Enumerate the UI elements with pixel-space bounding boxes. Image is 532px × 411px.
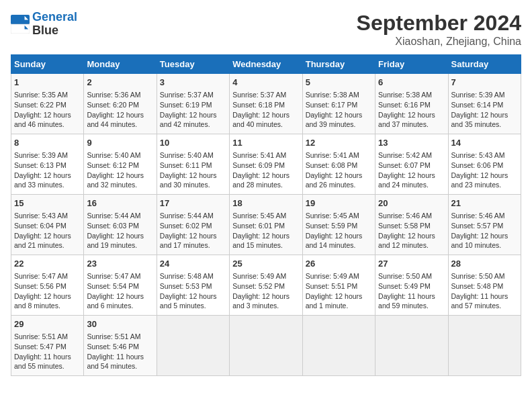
day-info: Sunset: 5:47 PM — [14, 342, 81, 352]
day-number: 8 — [14, 137, 81, 149]
day-info: Daylight: 12 hours and 35 minutes. — [451, 110, 518, 130]
day-info: Sunset: 6:17 PM — [306, 100, 372, 110]
day-info: Sunrise: 5:46 AM — [378, 211, 445, 221]
day-info: Sunset: 6:16 PM — [378, 100, 445, 110]
location-title: Xiaoshan, Zhejiang, China — [357, 36, 521, 48]
day-info: Daylight: 12 hours and 24 minutes. — [378, 171, 445, 190]
page-header: General Blue September 2024 Xiaoshan, Zh… — [11, 11, 521, 48]
day-info: Sunset: 6:13 PM — [14, 161, 81, 171]
calendar-row: 29Sunrise: 5:51 AMSunset: 5:47 PMDayligh… — [11, 316, 521, 376]
day-info: Sunrise: 5:49 AM — [232, 271, 299, 281]
calendar-cell: 13Sunrise: 5:42 AMSunset: 6:07 PMDayligh… — [375, 134, 448, 195]
day-info: Sunrise: 5:49 AM — [306, 271, 372, 281]
day-number: 14 — [451, 137, 518, 149]
day-info: Sunrise: 5:47 AM — [14, 271, 81, 281]
day-info: Daylight: 12 hours and 46 minutes. — [14, 110, 81, 130]
day-info: Sunset: 6:03 PM — [87, 221, 153, 231]
calendar-body: 1Sunrise: 5:35 AMSunset: 6:22 PMDaylight… — [11, 74, 521, 376]
month-title: September 2024 — [357, 11, 521, 36]
calendar-cell: 23Sunrise: 5:47 AMSunset: 5:54 PMDayligh… — [84, 255, 157, 316]
day-number: 2 — [87, 77, 153, 89]
day-number: 19 — [306, 197, 372, 210]
day-info: Sunrise: 5:42 AM — [378, 150, 445, 161]
day-info: Sunset: 6:12 PM — [87, 161, 153, 171]
day-info: Sunrise: 5:37 AM — [232, 90, 299, 100]
day-info: Daylight: 11 hours and 54 minutes. — [87, 352, 153, 371]
day-info: Sunset: 6:18 PM — [232, 100, 299, 110]
day-info: Daylight: 12 hours and 10 minutes. — [451, 231, 518, 250]
day-info: Sunrise: 5:40 AM — [87, 150, 153, 161]
day-number: 21 — [451, 197, 518, 210]
day-info: Daylight: 12 hours and 40 minutes. — [232, 110, 299, 130]
day-number: 26 — [306, 258, 372, 270]
day-info: Sunrise: 5:44 AM — [160, 211, 226, 221]
day-info: Sunset: 6:06 PM — [451, 161, 518, 171]
day-info: Sunset: 6:08 PM — [306, 161, 372, 171]
day-info: Daylight: 12 hours and 28 minutes. — [232, 171, 299, 190]
day-info: Daylight: 12 hours and 33 minutes. — [14, 171, 81, 190]
day-info: Sunset: 6:11 PM — [160, 161, 226, 171]
calendar-cell: 28Sunrise: 5:50 AMSunset: 5:48 PMDayligh… — [448, 255, 521, 316]
calendar-cell: 2Sunrise: 5:36 AMSunset: 6:20 PMDaylight… — [84, 74, 157, 134]
day-info: Sunrise: 5:40 AM — [160, 150, 226, 161]
day-number: 3 — [160, 77, 226, 89]
calendar-cell: 6Sunrise: 5:38 AMSunset: 6:16 PMDaylight… — [375, 74, 448, 134]
day-info: Sunrise: 5:39 AM — [14, 150, 81, 161]
day-info: Sunset: 5:52 PM — [232, 281, 299, 291]
day-info: Sunset: 6:19 PM — [160, 100, 226, 110]
day-number: 30 — [87, 318, 153, 330]
day-info: Sunset: 5:51 PM — [306, 281, 372, 291]
calendar-row: 22Sunrise: 5:47 AMSunset: 5:56 PMDayligh… — [11, 255, 521, 316]
day-info: Sunrise: 5:41 AM — [232, 150, 299, 161]
day-info: Sunset: 6:14 PM — [451, 100, 518, 110]
calendar-cell: 7Sunrise: 5:39 AMSunset: 6:14 PMDaylight… — [448, 74, 521, 134]
day-info: Daylight: 12 hours and 6 minutes. — [87, 291, 153, 311]
col-thursday: Thursday — [302, 55, 375, 74]
day-info: Sunset: 5:46 PM — [87, 342, 153, 352]
day-info: Sunset: 5:48 PM — [451, 281, 518, 291]
day-info: Sunrise: 5:43 AM — [14, 211, 81, 221]
weekday-header-row: Sunday Monday Tuesday Wednesday Thursday… — [11, 55, 521, 74]
day-number: 28 — [451, 258, 518, 270]
day-info: Sunrise: 5:44 AM — [87, 211, 153, 221]
day-info: Daylight: 12 hours and 5 minutes. — [160, 291, 226, 311]
day-number: 11 — [232, 137, 299, 149]
day-info: Daylight: 12 hours and 12 minutes. — [378, 231, 445, 250]
day-info: Daylight: 12 hours and 44 minutes. — [87, 110, 153, 130]
day-number: 18 — [232, 197, 299, 210]
day-number: 9 — [87, 137, 153, 149]
day-info: Sunrise: 5:37 AM — [160, 90, 226, 100]
calendar-cell: 27Sunrise: 5:50 AMSunset: 5:49 PMDayligh… — [375, 255, 448, 316]
calendar-table: Sunday Monday Tuesday Wednesday Thursday… — [11, 54, 521, 376]
calendar-cell: 29Sunrise: 5:51 AMSunset: 5:47 PMDayligh… — [11, 316, 84, 376]
calendar-cell — [448, 316, 521, 376]
day-info: Sunrise: 5:45 AM — [232, 211, 299, 221]
day-info: Daylight: 12 hours and 15 minutes. — [232, 231, 299, 250]
day-number: 16 — [87, 197, 153, 210]
calendar-cell: 21Sunrise: 5:46 AMSunset: 5:57 PMDayligh… — [448, 195, 521, 255]
calendar-cell: 12Sunrise: 5:41 AMSunset: 6:08 PMDayligh… — [302, 134, 375, 195]
day-number: 17 — [160, 197, 226, 210]
calendar-cell: 14Sunrise: 5:43 AMSunset: 6:06 PMDayligh… — [448, 134, 521, 195]
day-info: Sunset: 5:56 PM — [14, 281, 81, 291]
day-info: Sunset: 5:54 PM — [87, 281, 153, 291]
day-info: Sunrise: 5:43 AM — [451, 150, 518, 161]
day-info: Sunrise: 5:51 AM — [87, 332, 153, 342]
col-sunday: Sunday — [11, 55, 84, 74]
day-info: Daylight: 11 hours and 59 minutes. — [378, 291, 445, 311]
day-info: Daylight: 12 hours and 19 minutes. — [87, 231, 153, 250]
title-area: September 2024 Xiaoshan, Zhejiang, China — [357, 11, 521, 48]
day-info: Sunrise: 5:38 AM — [378, 90, 445, 100]
day-info: Daylight: 12 hours and 8 minutes. — [14, 291, 81, 311]
calendar-cell — [230, 316, 302, 376]
day-number: 12 — [306, 137, 372, 149]
day-info: Daylight: 12 hours and 17 minutes. — [160, 231, 226, 250]
day-info: Sunset: 6:02 PM — [160, 221, 226, 231]
col-friday: Friday — [375, 55, 448, 74]
day-info: Sunset: 6:01 PM — [232, 221, 299, 231]
day-number: 4 — [232, 77, 299, 89]
day-info: Sunrise: 5:48 AM — [160, 271, 226, 281]
day-info: Sunset: 5:53 PM — [160, 281, 226, 291]
calendar-cell — [302, 316, 375, 376]
day-number: 5 — [306, 77, 372, 89]
